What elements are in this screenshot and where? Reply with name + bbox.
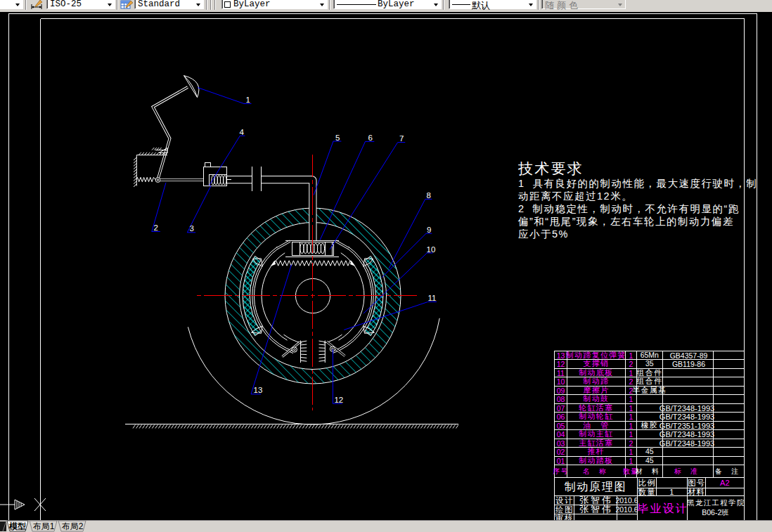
svg-text:2: 2 [629,439,633,448]
svg-text:标准: 标准 [674,467,707,475]
svg-text:布局1: 布局1 [33,521,55,531]
svg-text:45: 45 [645,447,654,455]
svg-text:2010.6: 2010.6 [615,496,638,505]
svg-text:1: 1 [629,448,633,456]
svg-text:油 管: 油 管 [583,421,609,429]
svg-text:11: 11 [428,294,437,302]
svg-text:张智伟: 张智伟 [579,504,613,514]
svg-text:组合件: 组合件 [636,377,662,385]
svg-text:07: 07 [557,404,565,413]
svg-text:半金属基: 半金属基 [632,386,667,394]
svg-text:GB/T2348-1993: GB/T2348-1993 [660,430,714,439]
svg-text:轮缸活塞: 轮缸活塞 [578,403,613,412]
svg-text:1: 1 [629,430,633,439]
svg-text:制动主缸: 制动主缸 [579,429,613,438]
svg-text:制动蹄: 制动蹄 [583,377,609,385]
svg-text:1: 1 [246,96,250,104]
svg-text:9: 9 [427,226,431,234]
svg-text:1 具有良好的的制动性能，最大速度行驶时，制: 1 具有良好的的制动性能，最大速度行驶时，制 [518,178,758,189]
svg-text:1: 1 [629,395,633,403]
svg-text:2: 2 [629,377,633,386]
svg-text:制动原理图: 制动原理图 [565,481,627,493]
svg-text:10: 10 [557,377,565,386]
svg-text:6: 6 [368,134,373,142]
svg-text:毕业设计: 毕业设计 [637,502,688,514]
svg-text:材料: 材料 [635,467,668,475]
svg-text:技术要求: 技术要求 [517,160,584,176]
svg-text:材料: 材料 [688,488,706,496]
svg-text:GB/T2348-1993: GB/T2348-1993 [660,413,714,421]
svg-text:GB119-86: GB119-86 [672,360,705,368]
svg-text:制动底板: 制动底板 [579,368,613,377]
svg-text:2010.6: 2010.6 [615,505,638,514]
svg-text:橡胶: 橡胶 [641,421,658,429]
svg-text:13: 13 [557,351,565,360]
svg-text:B06-2班: B06-2班 [702,508,729,517]
svg-text:组合件: 组合件 [636,368,662,377]
svg-text:制动踏板: 制动踏板 [579,456,613,465]
svg-text:推杆: 推杆 [587,447,605,455]
svg-text:65Mn: 65Mn [641,351,659,359]
svg-text:1: 1 [629,413,633,421]
svg-text:应小于5%: 应小于5% [518,228,569,240]
svg-text:2 制动稳定性，制动时，不允许有明显的“跑: 2 制动稳定性，制动时，不允许有明显的“跑 [518,203,740,214]
svg-text:45: 45 [645,456,654,465]
svg-text:GB/T2351-1993: GB/T2351-1993 [660,422,714,430]
svg-text:绘图: 绘图 [555,505,574,514]
svg-text:比例: 比例 [638,479,656,487]
svg-text:3: 3 [190,224,194,233]
svg-text:1: 1 [629,422,633,430]
svg-text:05: 05 [557,422,565,430]
svg-text:摩擦片: 摩擦片 [583,386,609,394]
svg-text:数量: 数量 [638,488,656,496]
svg-text:偏”和“甩尾”现象，左右车轮上的制动力偏差: 偏”和“甩尾”现象，左右车轮上的制动力偏差 [517,216,734,227]
svg-text:审核: 审核 [555,514,574,521]
svg-text:制动鼓: 制动鼓 [583,394,609,403]
svg-text:图号: 图号 [688,479,706,487]
svg-text:2: 2 [154,223,158,232]
svg-text:支撑销: 支撑销 [583,359,609,368]
svg-text:7: 7 [399,134,404,143]
svg-text:5: 5 [335,134,340,142]
svg-text:01: 01 [557,457,565,465]
svg-text:A2: A2 [720,479,729,487]
svg-text:10: 10 [427,245,436,254]
svg-text:08: 08 [557,395,565,403]
svg-text:12: 12 [557,360,565,368]
svg-text:主缸活塞: 主缸活塞 [579,439,613,447]
svg-text:动距离不应超过12米。: 动距离不应超过12米。 [518,190,633,202]
svg-text:35: 35 [645,359,654,368]
svg-text:8: 8 [427,191,431,200]
svg-text:备注: 备注 [715,467,747,475]
svg-text:04: 04 [557,430,565,439]
svg-text:GB/T2348-1993: GB/T2348-1993 [660,439,714,448]
svg-text:1: 1 [629,369,633,377]
svg-text:模型: 模型 [8,521,26,531]
svg-text:1: 1 [629,457,633,465]
svg-text:GB/T2348-1993: GB/T2348-1993 [660,404,714,413]
svg-text:13: 13 [254,386,263,394]
svg-text:黑龙江工程学院: 黑龙江工程学院 [687,498,745,507]
svg-text:2: 2 [629,360,633,368]
svg-text:09: 09 [557,387,565,395]
svg-text:名称: 名称 [583,467,615,475]
svg-text:制动蹄复位弹簧: 制动蹄复位弹簧 [566,351,626,359]
svg-text:1: 1 [629,351,633,360]
svg-text:序号: 序号 [553,467,569,475]
svg-text:11: 11 [557,369,565,377]
svg-text:02: 02 [557,448,565,456]
svg-text:GB4357-89: GB4357-89 [670,351,708,360]
svg-text:12: 12 [334,396,343,404]
svg-text:4: 4 [240,128,245,136]
svg-text:布局2: 布局2 [62,521,84,531]
svg-text:1: 1 [669,488,674,496]
svg-text:03: 03 [557,439,565,448]
svg-text:制动轮缸: 制动轮缸 [579,412,613,420]
svg-text:1: 1 [629,404,633,413]
svg-text:设计: 设计 [555,496,574,505]
svg-text:06: 06 [557,413,565,421]
